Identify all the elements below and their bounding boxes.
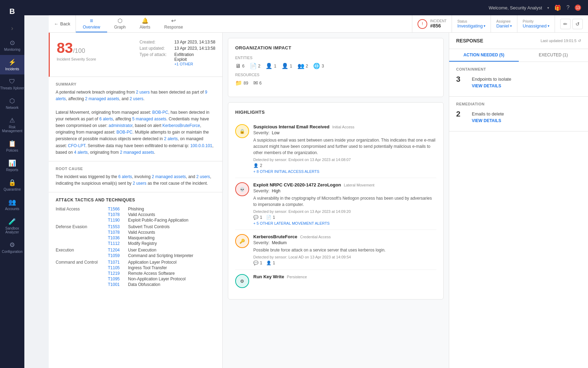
org-impact-title: ORGANIZATION IMPACT bbox=[235, 45, 436, 50]
tech-id-t1078a[interactable]: T1078 bbox=[108, 212, 125, 217]
tech-id-t1105[interactable]: T1105 bbox=[108, 265, 125, 270]
tech-id-t1566[interactable]: T1566 bbox=[108, 207, 125, 211]
sidebar-item-reports[interactable]: 📊 Reports bbox=[0, 156, 24, 175]
refresh-icon[interactable]: ↺ bbox=[578, 39, 581, 43]
link-rc-users2[interactable]: 2 users bbox=[133, 181, 146, 186]
tech-id-t1112[interactable]: T1112 bbox=[108, 241, 125, 246]
sidebar-item-risk[interactable]: ⚠ Risk Management bbox=[0, 113, 24, 136]
link-bobpc-1[interactable]: BOB-PC bbox=[152, 110, 168, 115]
tech-id-t1036[interactable]: T1036 bbox=[108, 235, 125, 240]
highlight-content-email: Suspicious Internal Email Received Initi… bbox=[253, 124, 436, 174]
remediation-item: 2 Emails to delete VIEW DETAILS bbox=[456, 110, 581, 123]
entity-doc: 📄 2 bbox=[250, 63, 261, 69]
content-area: 83 /100 Incident Severity Score Created:… bbox=[49, 33, 588, 368]
tech-id-t1095[interactable]: T1095 bbox=[108, 277, 125, 281]
sidebar-item-configuration[interactable]: ⚙ Configuration bbox=[0, 238, 24, 257]
highlight-more-exploit[interactable]: + 5 OTHER LATERAL MOVEMENT ALERTS bbox=[253, 221, 436, 225]
response-tab-icon: ↩ bbox=[171, 17, 176, 24]
attack-tech: T1001 Data Obfuscation bbox=[108, 282, 185, 287]
sidebar-item-policies[interactable]: 📋 Policies bbox=[0, 136, 24, 156]
link-alerts-3[interactable]: 2 alerts bbox=[164, 136, 178, 141]
attack-techniques-execution: T1204 User Execution T1059 Command and S… bbox=[108, 248, 193, 258]
link-cfolpt[interactable]: CFO-LPT bbox=[68, 143, 85, 148]
sidebar-item-monitoring[interactable]: ⊙ Monitoring bbox=[0, 35, 24, 55]
link-alerts-2[interactable]: 6 alerts bbox=[99, 117, 113, 121]
status-text: Investigating bbox=[457, 23, 483, 29]
tab-alerts[interactable]: 🔔 Alerts bbox=[133, 15, 157, 32]
tech-id-t1190[interactable]: T1190 bbox=[108, 218, 125, 223]
containment-item: 3 Endpoints to isolate VIEW DETAILS bbox=[456, 75, 581, 88]
tech-id-t1001[interactable]: T1001 bbox=[108, 282, 125, 287]
help-icon[interactable]: ? bbox=[566, 5, 570, 11]
link-rc-alerts[interactable]: 6 alerts bbox=[118, 174, 132, 179]
status-value[interactable]: Investigating ▾ bbox=[457, 23, 485, 29]
tab-graph[interactable]: ⬡ Graph bbox=[107, 15, 133, 32]
link-users-1[interactable]: 2 users bbox=[136, 90, 150, 95]
summary-text: A potential network breach originating f… bbox=[56, 89, 215, 156]
topbar-chevron-icon[interactable]: ▾ bbox=[547, 6, 549, 10]
subnav: ← Back ≡ Overview ⬡ Graph 🔔 Alerts ↩ Res… bbox=[49, 15, 588, 33]
link-assets-3[interactable]: 2 managed assets bbox=[120, 150, 154, 155]
tab-response[interactable]: ↩ Response bbox=[157, 15, 190, 32]
assignee-value[interactable]: Daniel ▾ bbox=[496, 23, 512, 29]
link-kerberos[interactable]: KerberosBruteForce bbox=[162, 123, 200, 128]
attack-row-initial: Initial Access T1566 Phishing T1078 Vali… bbox=[56, 207, 215, 223]
entity-group-count: 2 bbox=[306, 64, 308, 69]
chat-icon-exploit: 💬 bbox=[253, 215, 259, 220]
edit-button[interactable]: ✏ bbox=[560, 19, 571, 29]
highlight-header-kerberos: KerberosBruteForce Credential Access bbox=[253, 234, 436, 239]
sidebar-item-network[interactable]: ⬡ Network bbox=[0, 94, 24, 113]
tech-name-t1071: Application Layer Protocol bbox=[128, 260, 176, 265]
resp-tab-executed[interactable]: EXECUTED (1) bbox=[519, 49, 588, 62]
priority-value[interactable]: Unassigned ▾ bbox=[523, 23, 549, 29]
tech-id-t1204[interactable]: T1204 bbox=[108, 248, 125, 253]
left-panel: 83 /100 Incident Severity Score Created:… bbox=[49, 33, 223, 368]
tech-id-t1219[interactable]: T1219 bbox=[108, 271, 125, 276]
notification-badge[interactable]: 13 bbox=[575, 5, 581, 11]
link-assets-1[interactable]: 2 managed assets bbox=[85, 96, 119, 101]
tech-id-t1553[interactable]: T1553 bbox=[108, 224, 125, 229]
gift-icon[interactable]: 🎁 bbox=[554, 5, 561, 11]
highlight-content-exploit: Exploit NRPC CVE-2020-1472 ZeroLogon Lat… bbox=[253, 182, 436, 225]
link-assets-2[interactable]: 5 managed assets bbox=[132, 117, 166, 121]
tech-id-t1071[interactable]: T1071 bbox=[108, 260, 125, 265]
sidebar-toggle[interactable]: › bbox=[11, 23, 13, 35]
highlight-more-email[interactable]: + 8 OTHER INITIAL ACCESS ALERTS bbox=[253, 169, 436, 174]
sidebar-item-incidents[interactable]: ⚡ Incidents bbox=[0, 55, 24, 74]
sidebar-logo: B bbox=[9, 3, 15, 23]
attack-tech: T1204 User Execution bbox=[108, 248, 193, 253]
link-rc-assets[interactable]: 2 managed assets bbox=[152, 174, 186, 179]
containment-count: 3 bbox=[456, 75, 467, 84]
sidebar-item-threats[interactable]: 🛡 Threats Xplorer bbox=[0, 74, 24, 94]
highlight-header-email: Suspicious Internal Email Received Initi… bbox=[253, 124, 436, 129]
remediation-link[interactable]: VIEW DETAILS bbox=[472, 118, 504, 123]
resources-row: 📁 89 ✉ 6 bbox=[235, 80, 436, 86]
sidebar-item-accounts[interactable]: 👥 Accounts bbox=[0, 195, 24, 214]
sidebar-label-risk: Risk Management bbox=[0, 125, 24, 133]
root-cause-text: The incident was triggered by the 6 aler… bbox=[56, 174, 215, 187]
sidebar-item-sandbox[interactable]: 🧪 Sandbox Analyzer bbox=[0, 214, 24, 238]
attack-tech: T1105 Ingress Tool Transfer bbox=[108, 265, 185, 270]
attack-tech: T1566 Phishing bbox=[108, 207, 188, 211]
link-ip[interactable]: 100.0.0.101 bbox=[190, 143, 212, 148]
link-alerts-4[interactable]: 4 alerts bbox=[74, 150, 88, 155]
resp-tab-action[interactable]: ACTION NEEDED (5) bbox=[449, 49, 519, 62]
refresh-button[interactable]: ↺ bbox=[572, 19, 583, 29]
attack-tech: T1078 Valid Accounts bbox=[108, 212, 188, 217]
tech-id-t1059[interactable]: T1059 bbox=[108, 253, 125, 258]
remediation-section: REMEDIATION 2 Emails to delete VIEW DETA… bbox=[449, 97, 588, 131]
tech-id-t1078b[interactable]: T1078 bbox=[108, 230, 125, 235]
link-bobpc-2[interactable]: BOB-PC bbox=[117, 130, 133, 135]
email-alert-icon: 🔒 bbox=[235, 124, 249, 138]
containment-link[interactable]: VIEW DETAILS bbox=[472, 83, 511, 88]
plus-other[interactable]: +1 OTHER bbox=[174, 62, 194, 66]
attack-row-execution: Execution T1204 User Execution T1059 Com… bbox=[56, 248, 215, 258]
link-admin[interactable]: administrator bbox=[109, 123, 133, 128]
sidebar-item-quarantine[interactable]: 🔒 Quarantine bbox=[0, 175, 24, 195]
link-users-2[interactable]: 2 users bbox=[130, 96, 143, 101]
user-icon-email: 👤 bbox=[253, 163, 259, 168]
back-button[interactable]: ← Back bbox=[49, 15, 76, 32]
tab-overview[interactable]: ≡ Overview bbox=[76, 15, 107, 32]
link-rc-users[interactable]: 2 users bbox=[196, 174, 210, 179]
highlight-sensor-exploit: Detected by sensor: Endpoint on 13 Apr 2… bbox=[253, 209, 436, 214]
